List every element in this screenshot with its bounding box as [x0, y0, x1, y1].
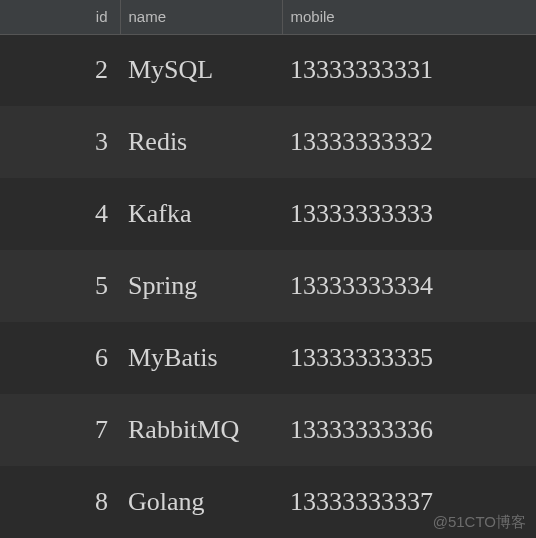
column-header-id[interactable]: id — [0, 0, 120, 34]
cell-mobile: 13333333333 — [282, 178, 536, 250]
table-row[interactable]: 5 Spring 13333333334 — [0, 250, 536, 322]
table-header-row: id name mobile — [0, 0, 536, 34]
cell-name: MySQL — [120, 34, 282, 106]
table-row[interactable]: 4 Kafka 13333333333 — [0, 178, 536, 250]
cell-name: MyBatis — [120, 322, 282, 394]
table-row[interactable]: 6 MyBatis 13333333335 — [0, 322, 536, 394]
cell-mobile: 13333333335 — [282, 322, 536, 394]
cell-mobile: 13333333332 — [282, 106, 536, 178]
cell-name: Golang — [120, 466, 282, 538]
cell-id: 6 — [0, 322, 120, 394]
cell-id: 3 — [0, 106, 120, 178]
cell-mobile: 13333333331 — [282, 34, 536, 106]
cell-mobile: 13333333336 — [282, 394, 536, 466]
table-body: 2 MySQL 13333333331 3 Redis 13333333332 … — [0, 34, 536, 538]
table-row[interactable]: 3 Redis 13333333332 — [0, 106, 536, 178]
cell-mobile: 13333333334 — [282, 250, 536, 322]
cell-name: Kafka — [120, 178, 282, 250]
cell-name: Spring — [120, 250, 282, 322]
cell-id: 4 — [0, 178, 120, 250]
cell-id: 5 — [0, 250, 120, 322]
column-header-name[interactable]: name — [120, 0, 282, 34]
column-header-mobile[interactable]: mobile — [282, 0, 536, 34]
watermark-text: @51CTO博客 — [433, 513, 526, 532]
cell-id: 8 — [0, 466, 120, 538]
cell-id: 2 — [0, 34, 120, 106]
table-row[interactable]: 7 RabbitMQ 13333333336 — [0, 394, 536, 466]
data-table: id name mobile 2 MySQL 13333333331 3 Red… — [0, 0, 536, 538]
cell-name: Redis — [120, 106, 282, 178]
table-row[interactable]: 2 MySQL 13333333331 — [0, 34, 536, 106]
cell-name: RabbitMQ — [120, 394, 282, 466]
cell-id: 7 — [0, 394, 120, 466]
